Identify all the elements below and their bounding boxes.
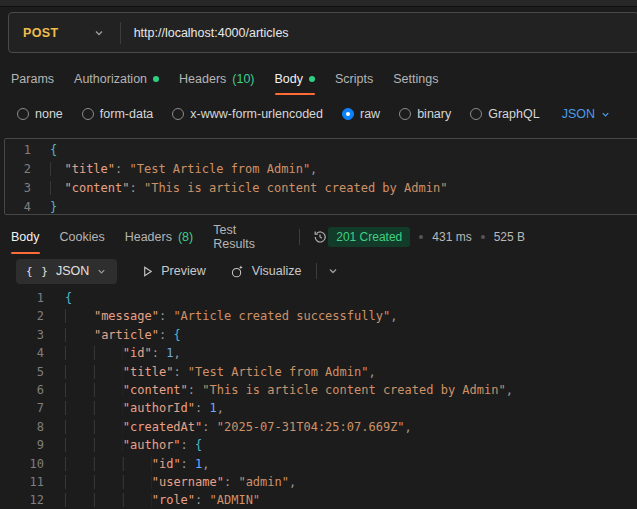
headers-count: (10) bbox=[232, 72, 254, 86]
radio-icon bbox=[172, 108, 184, 120]
code-text: { bbox=[50, 141, 57, 160]
url-input[interactable]: http://localhost:4000/articles bbox=[134, 26, 289, 40]
line-number: 12 bbox=[0, 491, 44, 509]
code-line: 5 "title": "Test Article from Admin", bbox=[0, 363, 637, 381]
chevron-down-icon bbox=[96, 266, 107, 277]
meta-separator-dot bbox=[481, 235, 485, 239]
request-body-editor[interactable]: 1{2 "title": "Test Article from Admin",3… bbox=[4, 138, 637, 215]
top-strip bbox=[0, 0, 637, 7]
tab-settings[interactable]: Settings bbox=[383, 62, 448, 95]
code-text: "createdAt": "2025-07-31T04:25:07.669Z", bbox=[65, 418, 412, 436]
line-number: 4 bbox=[0, 344, 44, 362]
radio-icon bbox=[82, 108, 94, 120]
status-badge[interactable]: 201 Created bbox=[328, 227, 410, 247]
response-tab-headers[interactable]: Headers (8) bbox=[115, 219, 204, 254]
language-select[interactable]: JSON bbox=[562, 107, 611, 121]
response-time[interactable]: 431 ms bbox=[432, 230, 471, 244]
mode-raw[interactable]: raw bbox=[342, 107, 380, 121]
toolbar-divider bbox=[316, 263, 317, 279]
code-line: 2 "title": "Test Article from Admin", bbox=[5, 160, 637, 179]
method-selector[interactable]: POST bbox=[9, 26, 59, 40]
visualize-button[interactable]: Visualize bbox=[230, 264, 302, 279]
response-tab-body[interactable]: Body bbox=[1, 219, 50, 254]
mode-x-www-form-urlencoded[interactable]: x-www-form-urlencoded bbox=[172, 107, 323, 121]
green-dot-icon bbox=[309, 76, 315, 82]
mode-none[interactable]: none bbox=[17, 107, 63, 121]
response-meta: 201 Created 431 ms 525 B bbox=[328, 219, 525, 254]
line-number: 11 bbox=[0, 473, 44, 491]
code-text: "message": "Article created successfully… bbox=[65, 307, 397, 325]
code-line: 12 "role": "ADMIN" bbox=[0, 491, 637, 509]
line-number: 4 bbox=[5, 198, 31, 215]
line-number: 3 bbox=[5, 179, 31, 198]
response-toolbar: { } JSON Preview Visualize bbox=[16, 258, 637, 284]
radio-icon bbox=[399, 108, 411, 120]
code-line: 8 "createdAt": "2025-07-31T04:25:07.669Z… bbox=[0, 418, 637, 436]
code-line: 6 "content": "This is article content cr… bbox=[0, 381, 637, 399]
response-headers-count: (8) bbox=[178, 230, 193, 244]
line-number: 8 bbox=[0, 418, 44, 436]
chevron-down-icon[interactable] bbox=[327, 265, 339, 277]
line-number: 2 bbox=[5, 160, 31, 179]
meta-separator-dot bbox=[419, 235, 423, 239]
line-number: 1 bbox=[5, 141, 31, 160]
line-number: 1 bbox=[0, 289, 44, 307]
code-text: { bbox=[65, 289, 72, 307]
tab-headers[interactable]: Headers (10) bbox=[169, 62, 264, 95]
radio-selected-icon bbox=[342, 108, 354, 120]
code-text: "article": { bbox=[65, 326, 181, 344]
code-text: "role": "ADMIN" bbox=[65, 491, 260, 509]
request-tabs: Params Authorization Headers (10) Body S… bbox=[1, 62, 637, 95]
code-text: "content": "This is article content crea… bbox=[50, 179, 447, 198]
code-line: 11 "username": "admin", bbox=[0, 473, 637, 491]
line-number: 3 bbox=[0, 326, 44, 344]
code-text: "author": { bbox=[65, 436, 202, 454]
mode-graphql[interactable]: GraphQL bbox=[470, 107, 539, 121]
line-number: 2 bbox=[0, 307, 44, 325]
mode-form-data[interactable]: form-data bbox=[82, 107, 154, 121]
braces-icon: { } bbox=[26, 265, 49, 278]
code-line: 9 "author": { bbox=[0, 436, 637, 454]
tab-body[interactable]: Body bbox=[265, 62, 326, 95]
code-text: } bbox=[50, 198, 57, 215]
radio-icon bbox=[17, 108, 29, 120]
code-text: "authorId": 1, bbox=[65, 399, 224, 417]
tab-scripts[interactable]: Scripts bbox=[325, 62, 383, 95]
chevron-down-icon bbox=[600, 109, 611, 120]
history-icon[interactable] bbox=[312, 219, 328, 254]
code-text: "content": "This is article content crea… bbox=[65, 381, 513, 399]
code-line: 4} bbox=[5, 198, 637, 215]
green-dot-icon bbox=[153, 76, 159, 82]
header-divider bbox=[299, 229, 300, 245]
code-text: "id": 1, bbox=[65, 455, 210, 473]
response-header: Body Cookies Headers (8) Test Results 20… bbox=[0, 219, 637, 254]
code-line: 7 "authorId": 1, bbox=[0, 399, 637, 417]
chevron-down-icon[interactable] bbox=[93, 27, 105, 39]
line-number: 7 bbox=[0, 399, 44, 417]
line-number: 9 bbox=[0, 436, 44, 454]
code-line: 10 "id": 1, bbox=[0, 455, 637, 473]
tab-params[interactable]: Params bbox=[1, 62, 64, 95]
line-number: 6 bbox=[0, 381, 44, 399]
code-line: 2 "message": "Article created successful… bbox=[0, 307, 637, 325]
response-size[interactable]: 525 B bbox=[494, 230, 525, 244]
mode-binary[interactable]: binary bbox=[399, 107, 451, 121]
code-line: 3 "article": { bbox=[0, 326, 637, 344]
code-line: 3 "content": "This is article content cr… bbox=[5, 179, 637, 198]
body-mode-row: none form-data x-www-form-urlencoded raw… bbox=[17, 99, 637, 129]
radio-icon bbox=[470, 108, 482, 120]
code-text: "username": "admin", bbox=[65, 473, 296, 491]
visualize-sparkle-icon bbox=[230, 264, 245, 279]
code-text: "title": "Test Article from Admin", bbox=[65, 363, 376, 381]
response-format-button[interactable]: { } JSON bbox=[16, 259, 117, 284]
code-line: 1{ bbox=[0, 289, 637, 307]
code-line: 4 "id": 1, bbox=[0, 344, 637, 362]
response-tab-cookies[interactable]: Cookies bbox=[50, 219, 115, 254]
response-body-viewer[interactable]: 1{2 "message": "Article created successf… bbox=[0, 289, 637, 509]
response-tab-test-results[interactable]: Test Results bbox=[203, 219, 291, 254]
code-line: 1{ bbox=[5, 141, 637, 160]
tab-authorization[interactable]: Authorization bbox=[64, 62, 169, 95]
preview-button[interactable]: Preview bbox=[141, 264, 205, 278]
line-number: 5 bbox=[0, 363, 44, 381]
play-outline-icon bbox=[141, 265, 154, 278]
